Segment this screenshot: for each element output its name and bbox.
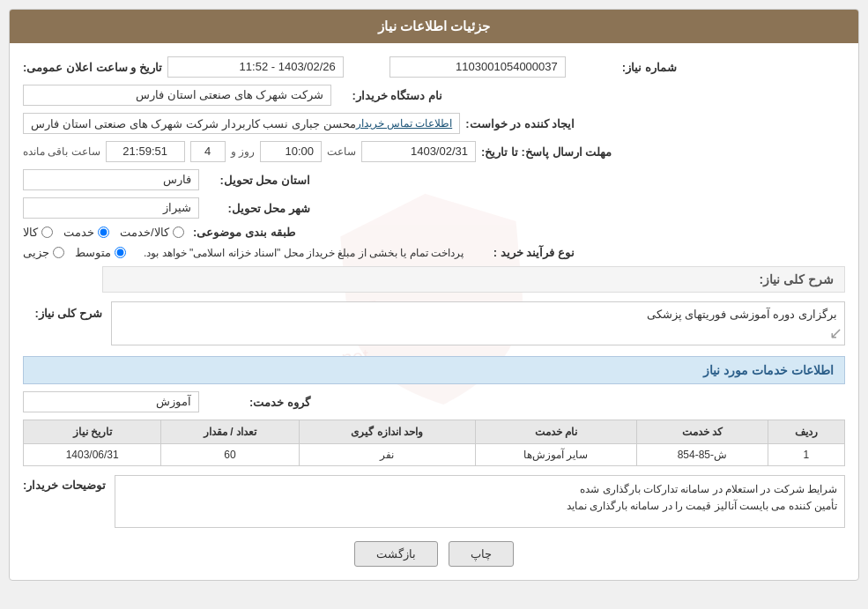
need-number-value: 1103001054000037 xyxy=(389,56,566,78)
service-group-label: گروه خدمت: xyxy=(204,396,310,409)
general-description-value: برگزاری دوره آموزشی فوریتهای پزشکی xyxy=(647,308,837,321)
page-title: جزئیات اطلاعات نیاز xyxy=(10,10,858,43)
deadline-time-value: 10:00 xyxy=(260,141,322,162)
buyer-notes-value: شرایط شرکت در استعلام در سامانه تدارکات … xyxy=(115,475,845,528)
creator-value: محسن جباری نسب کاربردار شرکت شهرک های صن… xyxy=(31,117,356,130)
col-unit: واحد اندازه گیری xyxy=(299,420,475,444)
col-service-name: نام خدمت xyxy=(475,420,636,444)
col-date: تاریخ نیاز xyxy=(24,420,161,444)
subject-category-label: طبقه بندی موضوعی: xyxy=(189,226,295,239)
print-button[interactable]: چاپ xyxy=(449,541,514,567)
purchase-type-label: نوع فرآیند خرید : xyxy=(469,246,575,259)
col-row-num: ردیف xyxy=(768,420,844,444)
purchase-type-options: متوسط جزیی xyxy=(23,246,126,259)
buyer-org-value: شرکت شهرک های صنعتی استان فارس xyxy=(23,85,331,106)
province-label: استان محل تحویل: xyxy=(204,174,310,187)
cell-date: 1403/06/31 xyxy=(24,444,161,466)
cell-row-num: 1 xyxy=(768,444,844,466)
services-table: ردیف کد خدمت نام خدمت واحد اندازه گیری ت… xyxy=(23,420,845,466)
services-section-title: اطلاعات خدمات مورد نیاز xyxy=(23,356,845,384)
purchase-type-motaset[interactable]: متوسط xyxy=(75,246,126,259)
cell-quantity: 60 xyxy=(161,444,299,466)
deadline-date-value: 1403/02/31 xyxy=(361,141,476,162)
cell-service-name: سایر آموزش‌ها xyxy=(475,444,636,466)
creator-label: ایجاد کننده در خواست: xyxy=(465,117,575,130)
general-desc-label-right: شرح کلی نیاز: xyxy=(34,307,102,320)
announcement-date-value: 1403/02/26 - 11:52 xyxy=(167,56,344,78)
city-value: شیراز xyxy=(23,197,199,219)
announcement-date-label: تاریخ و ساعت اعلان عمومی: xyxy=(23,61,162,74)
col-quantity: تعداد / مقدار xyxy=(161,420,299,444)
deadline-days-label: روز و xyxy=(231,145,255,158)
buyer-notes-label: توضیحات خریدار: xyxy=(23,479,106,492)
purchase-type-note: پرداخت تمام یا بخشی از مبلغ خریداز محل "… xyxy=(144,247,464,259)
service-group-value: آموزش xyxy=(23,391,199,412)
deadline-days-value: 4 xyxy=(190,141,226,162)
deadline-remaining-label: ساعت باقی مانده xyxy=(23,145,100,158)
col-service-code: کد خدمت xyxy=(636,420,768,444)
back-button[interactable]: بازگشت xyxy=(354,541,438,567)
subject-category-options: کالا/خدمت خدمت کالا xyxy=(23,226,184,239)
need-number-label: شماره نیاز: xyxy=(571,61,677,74)
cell-unit: نفر xyxy=(299,444,475,466)
cell-service-code: ش-85-854 xyxy=(636,444,768,466)
subject-option-khedmat[interactable]: خدمت xyxy=(63,226,109,239)
deadline-remaining-value: 21:59:51 xyxy=(106,141,185,162)
general-description-section-title xyxy=(23,266,93,271)
deadline-time-label: ساعت xyxy=(327,145,356,158)
purchase-type-jozi[interactable]: جزیی xyxy=(23,246,64,259)
contact-link[interactable]: اطلاعات تماس خریدار xyxy=(356,117,453,130)
buyer-org-label: نام دستگاه خریدار: xyxy=(337,89,442,102)
general-description-label: شرح کلی نیاز: xyxy=(102,266,845,293)
subject-option-kala[interactable]: کالا xyxy=(23,226,53,239)
deadline-label: مهلت ارسال پاسخ: تا تاریخ: xyxy=(481,145,612,159)
province-value: فارس xyxy=(23,169,199,190)
city-label: شهر محل تحویل: xyxy=(204,202,310,215)
subject-option-kala-khedmat[interactable]: کالا/خدمت xyxy=(120,226,184,239)
table-row: 1 ش-85-854 سایر آموزش‌ها نفر 60 1403/06/… xyxy=(24,444,845,466)
